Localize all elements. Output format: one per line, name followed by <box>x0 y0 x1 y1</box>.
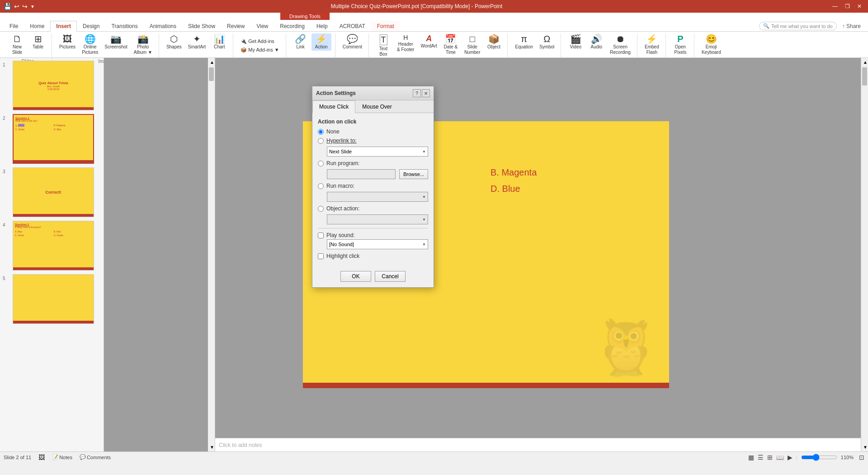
cancel-btn[interactable]: Cancel <box>375 271 406 282</box>
highlight-click-row: Highlight click <box>318 253 428 259</box>
play-sound-row: Play sound: <box>318 232 428 238</box>
dialog-body: Action on click None Hyperlink to: Next … <box>312 113 434 267</box>
browse-btn[interactable]: Browse... <box>399 169 428 179</box>
ok-btn[interactable]: OK <box>340 271 371 282</box>
highlight-click-checkbox[interactable] <box>318 253 324 259</box>
radio-hyperlink-row: Hyperlink to: <box>318 138 428 144</box>
tab-mouse-over[interactable]: Mouse Over <box>355 100 398 113</box>
radio-object-action[interactable] <box>318 206 324 212</box>
action-on-click-label: Action on click <box>318 119 428 125</box>
radio-run-program[interactable] <box>318 161 324 166</box>
dialog-title: Action Settings <box>316 90 356 96</box>
tab-mouse-click[interactable]: Mouse Click <box>312 100 355 113</box>
macro-dropdown[interactable]: ▼ <box>327 192 428 202</box>
play-sound-label: Play sound: <box>326 232 355 238</box>
radio-hyperlink[interactable] <box>318 138 324 144</box>
hyperlink-dropdown[interactable]: Next Slide ▼ <box>327 147 428 157</box>
sound-dropdown-arrow: ▼ <box>422 242 426 247</box>
object-action-dropdown-section: ▼ <box>327 214 428 224</box>
run-program-section: Browse... <box>327 169 428 179</box>
macro-dropdown-arrow: ▼ <box>422 195 426 199</box>
hyperlink-dropdown-arrow: ▼ <box>422 150 426 154</box>
run-macro-label: Run macro: <box>326 183 354 189</box>
action-settings-dialog: Action Settings ? ✕ Mouse Click Mouse Ov… <box>312 86 434 288</box>
dialog-tabs: Mouse Click Mouse Over <box>312 100 434 113</box>
none-label: None <box>326 128 340 135</box>
radio-run-program-row: Run program: <box>318 160 428 166</box>
radio-none-row: None <box>318 128 428 135</box>
sound-dropdown-section: [No Sound] ▼ <box>327 239 428 249</box>
dialog-close-btn[interactable]: ✕ <box>422 89 430 97</box>
dialog-overlay: Action Settings ? ✕ Mouse Click Mouse Ov… <box>0 0 868 475</box>
radio-run-macro-row: Run macro: <box>318 183 428 189</box>
radio-object-action-row: Object action: <box>318 205 428 212</box>
macro-dropdown-section: ▼ <box>327 192 428 202</box>
dialog-help-btn[interactable]: ? <box>413 89 421 97</box>
highlight-click-label: Highlight click <box>326 253 359 259</box>
object-action-dropdown[interactable]: ▼ <box>327 214 428 224</box>
object-action-dropdown-arrow: ▼ <box>422 218 426 222</box>
sound-value: [No Sound] <box>329 242 354 247</box>
radio-run-macro[interactable] <box>318 183 324 189</box>
sound-dropdown[interactable]: [No Sound] ▼ <box>327 239 428 249</box>
run-program-label: Run program: <box>326 160 359 166</box>
hyperlink-label: Hyperlink to: <box>326 138 357 144</box>
dialog-buttons: OK Cancel <box>312 267 434 287</box>
hyperlink-dropdown-section: Next Slide ▼ <box>327 147 428 157</box>
play-sound-checkbox[interactable] <box>318 233 324 238</box>
dialog-title-bar: Action Settings ? ✕ <box>312 86 434 100</box>
radio-none[interactable] <box>318 129 324 135</box>
run-program-input[interactable] <box>327 169 396 179</box>
hyperlink-value: Next Slide <box>329 149 352 154</box>
dialog-title-controls: ? ✕ <box>413 89 430 97</box>
object-action-label: Object action: <box>326 205 359 212</box>
